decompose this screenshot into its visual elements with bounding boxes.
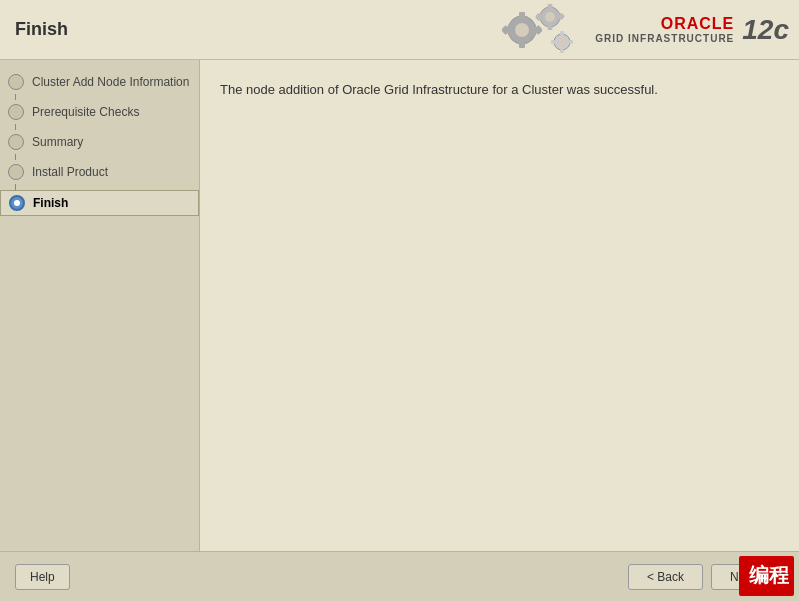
- content-area: The node addition of Oracle Grid Infrast…: [200, 60, 799, 551]
- sidebar-item-install-product[interactable]: Install Product: [0, 160, 199, 184]
- svg-point-1: [515, 23, 529, 37]
- svg-rect-12: [548, 4, 553, 9]
- grid-infra-label: GRID INFRASTRUCTURE: [595, 33, 734, 44]
- sidebar-step-label: Cluster Add Node Information: [32, 75, 189, 89]
- oracle-branding: ORACLE GRID INFRASTRUCTURE: [595, 15, 734, 44]
- watermark-logo: 编程: [739, 556, 794, 596]
- svg-rect-22: [560, 31, 564, 35]
- svg-text:编程: 编程: [749, 564, 789, 586]
- sidebar: Cluster Add Node Information Prerequisit…: [0, 60, 200, 551]
- sidebar-step-label: Prerequisite Checks: [32, 105, 139, 119]
- header-logo: ORACLE GRID INFRASTRUCTURE 12c: [502, 2, 789, 57]
- step-indicator-summary: [8, 134, 24, 150]
- sidebar-item-cluster-add-node[interactable]: Cluster Add Node Information: [0, 70, 199, 94]
- svg-rect-24: [569, 40, 573, 44]
- svg-rect-3: [519, 41, 525, 48]
- sidebar-step-label: Summary: [32, 135, 83, 149]
- main-container: Cluster Add Node Information Prerequisit…: [0, 60, 799, 551]
- step-indicator-install: [8, 164, 24, 180]
- svg-rect-13: [548, 25, 553, 30]
- sidebar-item-summary[interactable]: Summary: [0, 130, 199, 154]
- gears-icon: [502, 2, 587, 57]
- sidebar-item-finish[interactable]: Finish: [0, 190, 199, 216]
- svg-point-21: [558, 38, 566, 46]
- version-label: 12c: [742, 14, 789, 46]
- sidebar-item-prerequisite[interactable]: Prerequisite Checks: [0, 100, 199, 124]
- svg-rect-2: [519, 12, 525, 19]
- sidebar-step-label-finish: Finish: [33, 196, 68, 210]
- help-button[interactable]: Help: [15, 564, 70, 590]
- page-title: Finish: [15, 19, 68, 40]
- step-indicator-prereq: [8, 104, 24, 120]
- svg-rect-25: [551, 40, 555, 44]
- header: Finish: [0, 0, 799, 60]
- oracle-name: ORACLE: [661, 15, 735, 33]
- svg-rect-23: [560, 49, 564, 53]
- sidebar-step-label: Install Product: [32, 165, 108, 179]
- step-indicator-cluster: [8, 74, 24, 90]
- svg-point-11: [545, 12, 555, 22]
- watermark-svg: 编程: [744, 560, 789, 592]
- back-button[interactable]: < Back: [628, 564, 703, 590]
- step-indicator-finish: [9, 195, 25, 211]
- footer: Help < Back Next >: [0, 551, 799, 601]
- success-message: The node addition of Oracle Grid Infrast…: [220, 80, 779, 100]
- steps-list: Cluster Add Node Information Prerequisit…: [0, 70, 199, 216]
